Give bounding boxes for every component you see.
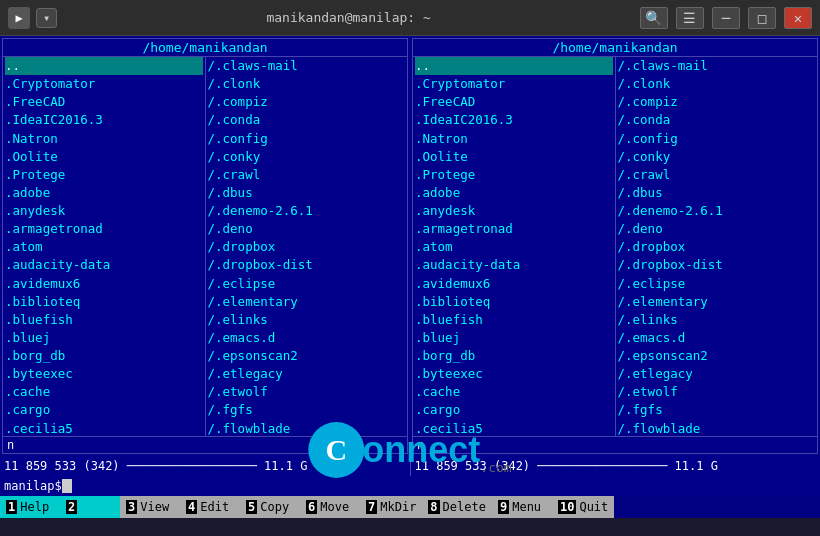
cmd-btn-move[interactable]: 6Move <box>300 496 360 518</box>
cmd-btn-quit[interactable]: 10Quit <box>552 496 614 518</box>
file-item[interactable]: /.etwolf <box>618 383 816 401</box>
file-item[interactable]: .audacity-data <box>5 256 203 274</box>
file-item[interactable]: /.epsonscan2 <box>618 347 816 365</box>
file-item[interactable]: .atom <box>415 238 613 256</box>
file-item[interactable]: .FreeCAD <box>5 93 203 111</box>
file-item[interactable]: /.dbus <box>618 184 816 202</box>
tab-dropdown[interactable]: ▾ <box>36 8 57 28</box>
file-item[interactable]: /.elinks <box>208 311 406 329</box>
minimize-button[interactable]: ─ <box>712 7 740 29</box>
file-item[interactable]: .. <box>5 57 203 75</box>
close-button[interactable]: ✕ <box>784 7 812 29</box>
file-item[interactable]: .bluej <box>415 329 613 347</box>
file-item[interactable]: /.claws-mail <box>618 57 816 75</box>
file-item[interactable]: .biblioteq <box>415 293 613 311</box>
file-item[interactable]: /.conda <box>208 111 406 129</box>
file-item[interactable]: /.crawl <box>618 166 816 184</box>
file-item[interactable]: .Protege <box>415 166 613 184</box>
file-item[interactable]: /.deno <box>618 220 816 238</box>
file-item[interactable]: .armagetronad <box>415 220 613 238</box>
file-item[interactable]: /.deno <box>208 220 406 238</box>
file-item[interactable]: /.conky <box>208 148 406 166</box>
file-item[interactable]: .avidemux6 <box>5 275 203 293</box>
file-item[interactable]: /.elinks <box>618 311 816 329</box>
file-item[interactable]: /.emacs.d <box>618 329 816 347</box>
cmd-btn-help[interactable]: 1Help <box>0 496 60 518</box>
file-item[interactable]: /.config <box>618 130 816 148</box>
file-item[interactable]: .audacity-data <box>415 256 613 274</box>
file-item[interactable]: /.dropbox-dist <box>208 256 406 274</box>
file-item[interactable]: /.dbus <box>208 184 406 202</box>
file-item[interactable]: /.dropbox <box>208 238 406 256</box>
file-item[interactable]: /.fgfs <box>618 401 816 419</box>
file-item[interactable]: .cecilia5 <box>415 420 613 437</box>
restore-button[interactable]: □ <box>748 7 776 29</box>
menu-button[interactable]: ☰ <box>676 7 704 29</box>
file-item[interactable]: .Natron <box>415 130 613 148</box>
file-item[interactable]: /.elementary <box>208 293 406 311</box>
file-item[interactable]: /.config <box>208 130 406 148</box>
file-item[interactable]: /.clonk <box>618 75 816 93</box>
file-item[interactable]: .avidemux6 <box>415 275 613 293</box>
file-item[interactable]: /.conky <box>618 148 816 166</box>
file-item[interactable]: .Protege <box>5 166 203 184</box>
file-item[interactable]: /.etlegacy <box>618 365 816 383</box>
file-item[interactable]: /.elementary <box>618 293 816 311</box>
file-item[interactable]: .armagetronad <box>5 220 203 238</box>
file-item[interactable]: /.eclipse <box>618 275 816 293</box>
file-item[interactable]: .borg_db <box>415 347 613 365</box>
file-item[interactable]: .borg_db <box>5 347 203 365</box>
cmd-btn-[interactable]: 2 <box>60 496 120 518</box>
file-item[interactable]: /.dropbox-dist <box>618 256 816 274</box>
file-item[interactable]: /.conda <box>618 111 816 129</box>
file-item[interactable]: /.compiz <box>618 93 816 111</box>
file-item[interactable]: /.denemo-2.6.1 <box>618 202 816 220</box>
cmd-btn-view[interactable]: 3View <box>120 496 180 518</box>
file-item[interactable]: .IdeaIC2016.3 <box>5 111 203 129</box>
file-item[interactable]: .Cryptomator <box>5 75 203 93</box>
file-item[interactable]: .biblioteq <box>5 293 203 311</box>
file-item[interactable]: /.epsonscan2 <box>208 347 406 365</box>
file-item[interactable]: /.clonk <box>208 75 406 93</box>
file-item[interactable]: /.emacs.d <box>208 329 406 347</box>
file-item[interactable]: .bluefish <box>415 311 613 329</box>
file-item[interactable]: /.claws-mail <box>208 57 406 75</box>
file-item[interactable]: /.compiz <box>208 93 406 111</box>
search-button[interactable]: 🔍 <box>640 7 668 29</box>
file-item[interactable]: .adobe <box>415 184 613 202</box>
cmd-btn-copy[interactable]: 5Copy <box>240 496 300 518</box>
file-item[interactable]: /.crawl <box>208 166 406 184</box>
file-item[interactable]: .byteexec <box>5 365 203 383</box>
cmd-btn-menu[interactable]: 9Menu <box>492 496 552 518</box>
file-item[interactable]: /.fgfs <box>208 401 406 419</box>
file-item[interactable]: .bluej <box>5 329 203 347</box>
file-item[interactable]: .Oolite <box>5 148 203 166</box>
file-item[interactable]: .atom <box>5 238 203 256</box>
file-item[interactable]: .adobe <box>5 184 203 202</box>
file-item[interactable]: .Oolite <box>415 148 613 166</box>
file-item[interactable]: /.dropbox <box>618 238 816 256</box>
file-item[interactable]: /.flowblade <box>208 420 406 437</box>
file-item[interactable]: .cache <box>5 383 203 401</box>
file-item[interactable]: /.etlegacy <box>208 365 406 383</box>
file-item[interactable]: .IdeaIC2016.3 <box>415 111 613 129</box>
file-item[interactable]: /.eclipse <box>208 275 406 293</box>
file-item[interactable]: /.denemo-2.6.1 <box>208 202 406 220</box>
file-item[interactable]: .bluefish <box>5 311 203 329</box>
file-item[interactable]: .cecilia5 <box>5 420 203 437</box>
file-item[interactable]: /.etwolf <box>208 383 406 401</box>
file-item[interactable]: .FreeCAD <box>415 93 613 111</box>
cmd-btn-edit[interactable]: 4Edit <box>180 496 240 518</box>
file-item[interactable]: .cargo <box>5 401 203 419</box>
file-item[interactable]: .byteexec <box>415 365 613 383</box>
file-item[interactable]: .Natron <box>5 130 203 148</box>
cmd-btn-mkdir[interactable]: 7MkDir <box>360 496 422 518</box>
file-item[interactable]: /.flowblade <box>618 420 816 437</box>
file-item[interactable]: .anydesk <box>415 202 613 220</box>
cmd-btn-delete[interactable]: 8Delete <box>422 496 492 518</box>
file-item[interactable]: .cargo <box>415 401 613 419</box>
file-item[interactable]: .. <box>415 57 613 75</box>
file-item[interactable]: .Cryptomator <box>415 75 613 93</box>
file-item[interactable]: .cache <box>415 383 613 401</box>
file-item[interactable]: .anydesk <box>5 202 203 220</box>
